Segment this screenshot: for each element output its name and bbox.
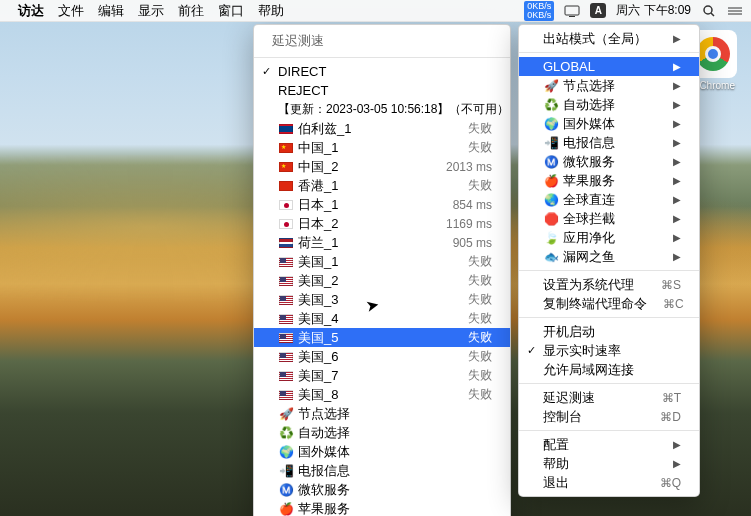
group-label: 微软服务: [563, 153, 657, 171]
flag-icon: [278, 293, 294, 307]
group-icon: 🌍: [543, 117, 559, 131]
group-label: 苹果服务: [563, 172, 657, 190]
group-icon: 🍃: [543, 231, 559, 245]
input-source-icon[interactable]: A: [590, 3, 606, 18]
server-label: 美国_4: [298, 310, 448, 328]
flag-icon: [278, 236, 294, 250]
server-item[interactable]: 美国_3失败: [254, 290, 510, 309]
flag-icon: [278, 198, 294, 212]
control-center-icon[interactable]: [727, 4, 743, 18]
group-item[interactable]: 🍎苹果服务▶: [519, 171, 699, 190]
server-item[interactable]: 荷兰_1905 ms: [254, 233, 510, 252]
chevron-right-icon: ▶: [673, 194, 681, 205]
group-item[interactable]: 📲电报信息: [254, 461, 510, 480]
group-label: 应用净化: [563, 229, 657, 247]
group-item[interactable]: 🌏全球直连▶: [519, 190, 699, 209]
server-meta: 失败: [468, 386, 492, 403]
group-icon: 🚀: [278, 407, 294, 421]
menu-item-label: 允许局域网连接: [543, 361, 681, 379]
menu-item-boot[interactable]: 开机启动: [519, 322, 699, 341]
server-meta: 905 ms: [453, 236, 492, 250]
menubar-item[interactable]: 文件: [58, 3, 84, 18]
menu-item-config[interactable]: 配置 ▶: [519, 435, 699, 454]
menubar-item[interactable]: 显示: [138, 3, 164, 18]
spotlight-icon[interactable]: [701, 4, 717, 18]
svg-point-2: [704, 6, 712, 14]
group-icon: 🌏: [543, 193, 559, 207]
menubar-item[interactable]: 窗口: [218, 3, 244, 18]
server-item[interactable]: 美国_5失败: [254, 328, 510, 347]
server-item[interactable]: 日本_21169 ms: [254, 214, 510, 233]
menubar-item[interactable]: 前往: [178, 3, 204, 18]
menu-item-reject[interactable]: REJECT: [254, 81, 510, 100]
menu-item-global[interactable]: GLOBAL ▶: [519, 57, 699, 76]
chevron-right-icon: ▶: [673, 458, 681, 469]
group-icon: ♻️: [278, 426, 294, 440]
menu-item-update[interactable]: 【更新：2023-03-05 10:56:18】（不可用） 失败: [254, 100, 510, 119]
group-item[interactable]: ♻️自动选择: [254, 423, 510, 442]
menu-item-label: 配置: [543, 436, 657, 454]
server-label: 中国_2: [298, 158, 426, 176]
server-item[interactable]: 美国_6失败: [254, 347, 510, 366]
group-item[interactable]: 🚀节点选择: [254, 404, 510, 423]
group-item[interactable]: ♻️自动选择▶: [519, 95, 699, 114]
group-item[interactable]: 🌍国外媒体▶: [519, 114, 699, 133]
group-item[interactable]: Ⓜ️微软服务▶: [519, 152, 699, 171]
server-item[interactable]: 香港_1失败: [254, 176, 510, 195]
clock[interactable]: 周六 下午8:09: [616, 2, 691, 19]
server-meta: 失败: [468, 348, 492, 365]
server-item[interactable]: 中国_1失败: [254, 138, 510, 157]
server-item[interactable]: 伯利兹_1失败: [254, 119, 510, 138]
menu-item-copy-cmd[interactable]: 复制终端代理命令 ⌘C: [519, 294, 699, 313]
group-item[interactable]: 🍎苹果服务: [254, 499, 510, 516]
server-item[interactable]: 美国_2失败: [254, 271, 510, 290]
menu-title: 延迟测速: [254, 29, 510, 53]
menubar-item[interactable]: 访达: [18, 3, 44, 18]
shortcut: ⌘S: [661, 278, 681, 292]
group-item[interactable]: 📲电报信息▶: [519, 133, 699, 152]
menu-item-quit[interactable]: 退出 ⌘Q: [519, 473, 699, 492]
separator: [519, 383, 699, 384]
network-speed-badge[interactable]: 0KB/s 0KB/s: [524, 1, 554, 21]
server-item[interactable]: 美国_7失败: [254, 366, 510, 385]
server-label: 日本_1: [298, 196, 433, 214]
menu-item-sys-proxy[interactable]: 设置为系统代理 ⌘S: [519, 275, 699, 294]
group-item[interactable]: 🛑全球拦截▶: [519, 209, 699, 228]
menubar-item[interactable]: 编辑: [98, 3, 124, 18]
menu-item-label: 开机启动: [543, 323, 681, 341]
menu-item-help[interactable]: 帮助 ▶: [519, 454, 699, 473]
group-item[interactable]: 🚀节点选择▶: [519, 76, 699, 95]
server-item[interactable]: 美国_8失败: [254, 385, 510, 404]
flag-icon: [278, 179, 294, 193]
group-label: 国外媒体: [298, 443, 492, 461]
chevron-right-icon: ▶: [673, 61, 681, 72]
menu-item-outbound[interactable]: 出站模式（全局） ▶: [519, 29, 699, 48]
group-item[interactable]: Ⓜ️微软服务: [254, 480, 510, 499]
menu-item-direct[interactable]: ✓ DIRECT: [254, 62, 510, 81]
group-icon: 🚀: [543, 79, 559, 93]
menu-item-lan[interactable]: 允许局域网连接: [519, 360, 699, 379]
group-label: 自动选择: [298, 424, 492, 442]
latency-menu: 延迟测速 ✓ DIRECT REJECT 【更新：2023-03-05 10:5…: [253, 24, 511, 516]
server-item[interactable]: 日本_1854 ms: [254, 195, 510, 214]
server-meta: 失败: [468, 291, 492, 308]
svg-line-3: [711, 13, 714, 16]
menubar-item[interactable]: 帮助: [258, 3, 284, 18]
group-item[interactable]: 🌍国外媒体: [254, 442, 510, 461]
group-item[interactable]: 🍃应用净化▶: [519, 228, 699, 247]
menu-item-latency[interactable]: 延迟测速 ⌘T: [519, 388, 699, 407]
menu-item-label: 复制终端代理命令: [543, 295, 647, 313]
server-item[interactable]: 中国_22013 ms: [254, 157, 510, 176]
server-item[interactable]: 美国_4失败: [254, 309, 510, 328]
server-item[interactable]: 美国_1失败: [254, 252, 510, 271]
menu-item-console[interactable]: 控制台 ⌘D: [519, 407, 699, 426]
shortcut: ⌘C: [663, 297, 684, 311]
server-meta: 失败: [468, 310, 492, 327]
flag-icon: [278, 122, 294, 136]
menu-item-realtime[interactable]: ✓ 显示实时速率: [519, 341, 699, 360]
group-item[interactable]: 🐟漏网之鱼▶: [519, 247, 699, 266]
menu-item-label: 显示实时速率: [543, 342, 681, 360]
checkmark-icon: ✓: [527, 344, 536, 357]
group-label: 国外媒体: [563, 115, 657, 133]
display-icon[interactable]: [564, 4, 580, 18]
